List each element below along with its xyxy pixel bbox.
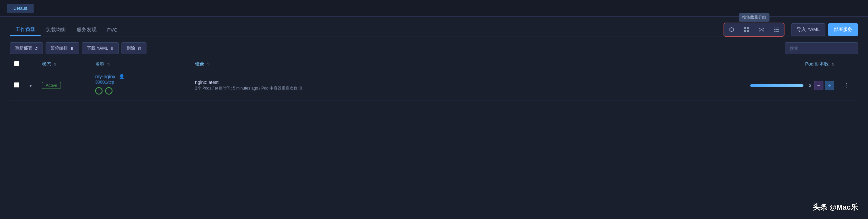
expand-row-button[interactable]: ▼: [27, 84, 34, 88]
progress-bar: [750, 84, 803, 87]
status-badge: Active: [42, 82, 61, 89]
replica-count: 2: [806, 83, 811, 88]
stepper-minus-button[interactable]: −: [814, 81, 824, 90]
circle-icon-1: [95, 87, 102, 95]
trash-icon: 🗑: [137, 46, 142, 51]
top-bar: Default: [0, 0, 868, 17]
col-name-label: 名称: [95, 61, 104, 67]
svg-rect-18: [775, 31, 779, 32]
svg-point-4: [761, 29, 762, 30]
icon-group-wrapper: 按负载量分组: [723, 23, 784, 37]
replica-progress-container: 2 − +: [749, 81, 834, 90]
service-port: 30001/tcp: [95, 80, 114, 85]
sort-status-icon: ⇅: [54, 63, 57, 66]
svg-point-7: [759, 31, 760, 32]
import-yaml-button[interactable]: 导入 YAML: [791, 23, 826, 36]
progress-fill: [750, 84, 803, 87]
tab-pvc[interactable]: PVC: [102, 24, 123, 35]
delete-label: 删除: [126, 45, 135, 51]
svg-point-5: [759, 28, 760, 29]
svg-point-8: [763, 31, 764, 32]
col-status-label: 状态: [42, 61, 51, 67]
svg-line-11: [760, 30, 761, 31]
sort-name-icon: ⇅: [107, 63, 110, 66]
col-pods-label: Pod 副本数: [805, 61, 829, 67]
redeploy-label: 重新部署: [15, 45, 32, 51]
icon-btn-grid[interactable]: [739, 23, 754, 36]
image-name: nginx:latest: [195, 80, 741, 85]
app-container: Default 工作负载 负载均衡 服务发现 PVC 按负载量分组: [0, 0, 868, 219]
svg-rect-14: [775, 28, 779, 28]
download-yaml-button[interactable]: 下载 YAML ⬇: [82, 42, 119, 54]
svg-rect-15: [774, 29, 775, 30]
download-icon: ⬇: [110, 46, 114, 51]
table-container: 状态 ⇅ 名称 ⇅ 镜像 ⇅ Pod 副本数 ⇅: [10, 58, 858, 219]
svg-line-10: [762, 29, 763, 30]
circle-icons-row: [95, 85, 187, 97]
pause-icon: ⏸: [70, 46, 74, 51]
deploy-service-button[interactable]: 部署服务: [828, 23, 858, 36]
stepper-buttons: − +: [814, 81, 834, 90]
svg-rect-0: [744, 27, 746, 29]
toolbar-row: 重新部署 ↺ 暂停编排 ⏸ 下载 YAML ⬇ 删除 🗑: [10, 37, 858, 58]
redeploy-icon: ↺: [34, 46, 38, 51]
svg-rect-1: [747, 27, 749, 29]
svg-line-12: [762, 30, 763, 31]
sort-pods-icon: ⇅: [831, 63, 834, 66]
pause-edit-label: 暂停编排: [51, 45, 68, 51]
svg-rect-3: [747, 30, 749, 32]
tabs-row: 工作负载 负载均衡 服务发现 PVC 按负载量分组: [10, 17, 858, 37]
svg-rect-13: [774, 28, 775, 28]
user-icon: 👤: [119, 74, 124, 79]
svg-rect-16: [775, 29, 779, 30]
main-content: 工作负载 负载均衡 服务发现 PVC 按负载量分组: [0, 17, 868, 219]
delete-button[interactable]: 删除 🗑: [122, 42, 147, 54]
col-image-label: 镜像: [195, 61, 204, 67]
tab-service-discovery[interactable]: 服务发现: [71, 24, 102, 36]
stepper-plus-button[interactable]: +: [825, 81, 834, 90]
pause-edit-button[interactable]: 暂停编排 ⏸: [45, 42, 79, 54]
tab-load-balance[interactable]: 负载均衡: [41, 24, 71, 36]
tooltip-label: 按负载量分组: [739, 13, 770, 22]
select-all-checkbox[interactable]: [14, 61, 19, 66]
image-meta: 2个 Pods / 创建时间: 5 minutes ago / Pod 中容器重…: [195, 86, 741, 91]
sort-image-icon: ⇅: [207, 63, 210, 66]
tab-workload[interactable]: 工作负载: [10, 24, 41, 36]
icon-btn-list[interactable]: [769, 23, 784, 36]
circle-icon-2: [105, 87, 113, 95]
download-yaml-label: 下载 YAML: [87, 45, 108, 51]
svg-rect-2: [744, 30, 746, 32]
svg-rect-17: [774, 31, 775, 32]
svg-point-6: [763, 28, 764, 29]
svg-line-9: [760, 29, 761, 30]
table-row: ▼ Active my-nginx 👤 30001/tcp: [10, 70, 858, 101]
top-bar-tab[interactable]: Default: [7, 4, 34, 13]
search-input[interactable]: [785, 42, 858, 54]
icon-btn-cube[interactable]: [724, 23, 739, 36]
row-checkbox[interactable]: [14, 82, 19, 88]
icon-btn-network[interactable]: [754, 23, 769, 36]
workload-table: 状态 ⇅ 名称 ⇅ 镜像 ⇅ Pod 副本数 ⇅: [10, 58, 858, 101]
redeploy-button[interactable]: 重新部署 ↺: [10, 42, 43, 54]
icon-group: [723, 23, 784, 37]
row-menu-button[interactable]: ⋮: [842, 82, 851, 89]
service-name: my-nginx: [95, 73, 116, 79]
